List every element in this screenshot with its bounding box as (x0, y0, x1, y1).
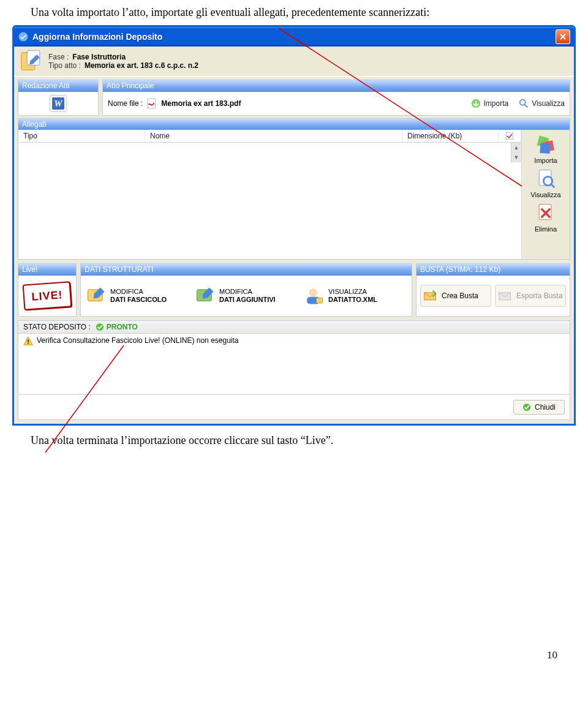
status-value: PRONTO (96, 323, 138, 331)
importa-allegato-button[interactable]: Importa (524, 133, 567, 164)
dati-strutturati-panel: DATI STRUTTURATI MODIFICADATI FASCICOLO … (80, 263, 412, 317)
visualizza-datiatto-button[interactable]: VISUALIZZADATIATTO.XML (304, 285, 407, 306)
allegati-table: Tipo Nome Dimensione (Kb) ▲ ▼ (18, 130, 522, 259)
svg-rect-27 (28, 343, 29, 344)
pdf-icon (146, 98, 157, 109)
live-panel: Live! LIVE! (18, 263, 77, 317)
col-dimensione[interactable]: Dimensione (Kb) (402, 130, 499, 142)
live-button[interactable]: LIVE! (23, 281, 72, 310)
crea-busta-button[interactable]: Crea Busta (420, 285, 491, 307)
visualizza-datiatto-l1: VISUALIZZA (328, 288, 377, 296)
redazione-atti-panel: Redazione Atti W (18, 80, 99, 116)
status-message: Verifica Consultazione Fascicolo Live! (… (37, 336, 239, 345)
warning-icon (23, 336, 33, 346)
svg-text:W: W (54, 99, 63, 108)
dialog-window: Aggiorna Informazioni Deposito Fase : Fa… (12, 25, 576, 426)
dati-strutturati-title: DATI STRUTTURATI (81, 264, 412, 276)
atto-principale-title: Atto Principale (103, 80, 570, 92)
tipo-atto-label: Tipo atto : (48, 61, 81, 70)
visualizza-atto-label: Visualizza (532, 99, 565, 108)
svg-rect-11 (506, 132, 513, 140)
scroll-down-icon[interactable]: ▼ (511, 152, 521, 162)
svg-rect-22 (316, 298, 322, 303)
col-tipo[interactable]: Tipo (18, 130, 145, 142)
fase-value: Fase Istruttoria (72, 53, 126, 61)
outro-text: Una volta terminata l’importazione occor… (31, 434, 557, 447)
modifica-fascicolo-l2: DATI FASCICOLO (110, 296, 167, 304)
tipo-atto-value: Memoria ex art. 183 c.6 c.p.c. n.2 (85, 61, 198, 70)
scrollbar[interactable]: ▲ ▼ (511, 143, 521, 162)
svg-point-25 (96, 323, 104, 331)
page-number: 10 (0, 649, 557, 661)
atto-principale-panel: Atto Principale Nome file : Memoria ex a… (102, 80, 570, 116)
nome-file-value: Memoria ex art 183.pdf (161, 99, 241, 108)
fase-label: Fase : (48, 53, 69, 61)
chiudi-label: Chiudi (535, 403, 556, 412)
live-title: Live! (18, 264, 76, 276)
svg-point-10 (520, 100, 526, 105)
scroll-up-icon[interactable]: ▲ (511, 143, 521, 152)
elimina-allegato-button[interactable]: Elimina (524, 202, 567, 233)
modifica-aggiuntivi-button[interactable]: MODIFICADATI AGGIUNTIVI (195, 285, 298, 306)
chiudi-button[interactable]: Chiudi (513, 400, 565, 415)
status-panel: STATO DEPOSITO : PRONTO Verifica Consult… (18, 320, 570, 420)
busta-panel: BUSTA (STIMA: 112 Kb) Crea Busta Esporta… (416, 263, 570, 317)
importa-atto-label: Importa (484, 99, 509, 108)
svg-rect-26 (28, 339, 29, 342)
elimina-allegato-label: Elimina (535, 225, 557, 233)
visualizza-allegato-label: Visualizza (530, 191, 560, 198)
window-title: Aggiorna Informazioni Deposito (32, 32, 162, 42)
visualizza-datiatto-l2: DATIATTO.XML (328, 296, 377, 304)
col-check[interactable] (499, 130, 521, 142)
modifica-aggiuntivi-l2: DATI AGGIUNTIVI (219, 296, 276, 304)
app-icon (18, 31, 29, 42)
svg-point-20 (309, 288, 318, 297)
visualizza-allegato-button[interactable]: Visualizza (524, 168, 567, 198)
modifica-fascicolo-button[interactable]: MODIFICADATI FASCICOLO (86, 285, 189, 306)
modifica-aggiuntivi-l1: MODIFICA (219, 288, 276, 296)
status-label: STATO DEPOSITO : (23, 323, 91, 331)
nome-file-label: Nome file : (108, 99, 143, 108)
intro-text: Una volta importato l’atto, importate gl… (31, 6, 557, 19)
word-icon[interactable]: W (48, 94, 69, 113)
allegati-title: Allegati (18, 119, 570, 130)
importa-allegato-label: Importa (534, 157, 557, 164)
allegati-table-body (18, 143, 511, 259)
header-info: Fase : Fase Istruttoria Tipo atto : Memo… (14, 47, 574, 77)
busta-title: BUSTA (STIMA: 112 Kb) (417, 264, 570, 276)
col-nome[interactable]: Nome (145, 130, 402, 142)
titlebar: Aggiorna Informazioni Deposito (14, 27, 574, 47)
close-button[interactable] (556, 29, 570, 44)
document-edit-icon (18, 49, 42, 73)
importa-atto-button[interactable]: Importa (470, 98, 509, 109)
crea-busta-label: Crea Busta (442, 291, 478, 300)
modifica-fascicolo-l1: MODIFICA (110, 288, 167, 296)
redazione-atti-title: Redazione Atti (18, 80, 98, 92)
visualizza-atto-button[interactable]: Visualizza (518, 98, 565, 109)
allegati-panel: Allegati Tipo Nome Dimensione (Kb) ▲ ▼ (18, 118, 570, 260)
svg-point-2 (19, 32, 28, 42)
esporta-busta-button[interactable]: Esporta Busta (495, 285, 566, 307)
svg-rect-14 (540, 143, 551, 154)
svg-point-28 (523, 404, 530, 411)
esporta-busta-label: Esporta Busta (516, 291, 562, 300)
